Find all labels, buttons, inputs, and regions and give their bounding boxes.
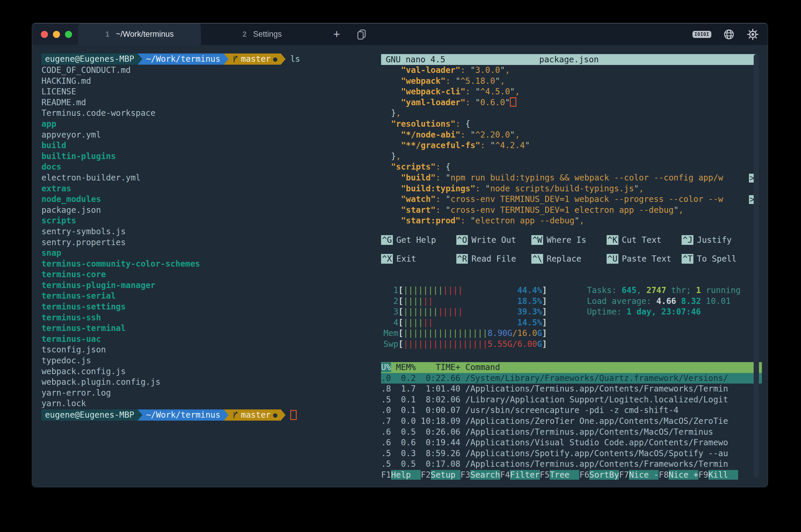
dir-entry: node_modules [41,194,377,205]
nano-editor-lines: "val-loader": "3.0.0", "webpack": "^5.18… [381,65,757,226]
nano-cursor [510,97,516,107]
fkey-action[interactable]: Nice + [669,470,698,480]
shortcut-label: Exit [396,254,416,264]
nano-shortcut: ^OWrite Out [457,234,532,245]
powerline-arrow-icon [137,54,142,65]
fkey-action[interactable]: SortBy [589,470,619,480]
shortcut-key: ^\ [532,254,543,264]
dir-entry: build [41,140,377,151]
nano-pane[interactable]: package.json GNU nano 4.5 "val-loader": … [381,54,757,264]
file-entry: package.json [41,205,377,216]
dir-entry: terminus-terminal [41,323,377,334]
shortcut-label: Read File [471,254,516,264]
prompt-cwd: ~/Work/terminus [142,54,224,65]
fkey-number: F3 [461,470,470,480]
shortcut-key: ^G [381,235,393,245]
process-row[interactable]: .5 0.1 8:02.06 /Library/Application Supp… [381,395,762,405]
title-bar[interactable]: 1 ~/Work/terminus 2 Settings + IOIOI [32,23,768,45]
process-row[interactable]: .0 0.2 0:22.66 /System/Library/Framework… [381,373,762,384]
file-entry: CODE_OF_CONDUCT.md [41,65,377,76]
table-header-rest: MEM% TIME+ Command [391,362,500,372]
process-row[interactable]: .5 0.3 8:59.26 /Applications/Spotify.app… [381,448,762,459]
fkey-number: F1 [381,470,391,480]
powerline-arrow-icon [281,54,285,65]
process-row[interactable]: .7 0.0 10:18.09 /Applications/ZeroTier O… [381,416,762,427]
maximize-button[interactable] [65,31,72,38]
process-row[interactable]: .0 0.1 0:00.07 /usr/sbin/screencapture -… [381,405,762,416]
file-entry: appveyor.yml [41,130,377,140]
nano-line: }, [381,151,757,162]
process-row[interactable]: .8 1.7 1:01.40 /Applications/Terminus.ap… [381,384,762,395]
nano-line: "start": "cross-env TERMINUS_DEV=1 elect… [381,205,757,216]
shortcut-key: ^X [381,254,393,264]
minimize-button[interactable] [53,31,60,38]
shortcut-label: Justify [697,235,732,245]
nano-shortcut: ^JJustify [682,234,757,245]
globe-icon[interactable] [723,28,735,40]
fkey-action[interactable]: Kill [708,470,738,480]
process-table-header: U% MEM% TIME+ Command [381,362,762,373]
tab-label: ~/Work/terminus [116,30,174,39]
tab-index: 1 [105,30,109,38]
htop-scrollbar[interactable] [754,285,759,478]
terminal-cursor [290,410,297,420]
git-dirty-dot-icon: ● [273,54,277,65]
cpu-meter: 1[|||||||||||| 44.4%] [384,285,547,296]
nano-shortcuts-row1: ^GGet Help^OWrite Out^WWhere Is^KCut Tex… [381,234,757,245]
nano-line: "**/graceful-fs": "^4.2.4" [381,140,757,151]
nano-shortcut: ^GGet Help [381,234,457,245]
tab-settings[interactable]: 2 Settings [201,23,323,45]
fkey-action[interactable]: Help [391,470,421,480]
htop-tasks-summary: Tasks: 645, 2747 thr; 1 runningLoad aver… [587,285,741,318]
shell-prompt: eugene@Eugenes-MBP~/Work/terminusmaster●… [41,53,377,65]
file-entry: README.md [41,97,377,108]
nano-line: "resolutions": { [381,119,757,130]
nano-line: "webpack": "^5.18.0", [381,76,757,87]
fkey-action[interactable]: Search [470,470,500,480]
dir-entry: terminus-core [41,269,377,280]
process-row[interactable]: .6 0.5 0:26.06 /Applications/Terminus.ap… [381,427,762,438]
file-entry: sentry-symbols.js [41,226,377,237]
htop-fkey-bar: F1Help F2Setup F3SearchF4FilterF5Tree F6… [381,470,738,480]
dir-entry: terminus-settings [41,302,377,312]
fkey-action[interactable]: Setup [431,470,461,480]
dir-entry: scripts [41,215,377,226]
fkey-number: F9 [698,470,708,480]
fkey-action[interactable]: Nice - [629,470,659,480]
sort-column-header[interactable]: U% [381,362,391,372]
nano-scrollbar[interactable] [754,54,759,286]
nano-shortcut: ^KCut Text [607,234,682,245]
titlebar-right-icons: IOIOI [692,23,759,45]
file-entry: electron-builder.yml [41,173,377,184]
split-tab-icon[interactable] [350,23,373,45]
fkey-number: F6 [579,470,589,480]
close-button[interactable] [41,31,48,38]
serial-port-icon[interactable]: IOIOI [692,31,711,38]
nano-shortcut: ^RRead File [457,254,532,265]
powerline-arrow-icon [137,410,142,421]
git-dirty-dot-icon: ● [273,410,277,421]
file-entry: yarn-error.log [41,388,377,399]
nano-line: "build": "npm run build:typings && webpa… [381,173,757,184]
file-entry: webpack.config.js [41,366,377,377]
gear-icon[interactable] [747,28,759,41]
file-entry: LICENSE [41,87,377,97]
fkey-action[interactable]: Filter [510,470,540,480]
fkey-action[interactable]: Tree [549,470,579,480]
shortcut-label: Where Is [547,235,586,245]
shell-prompt: eugene@Eugenes-MBP~/Work/terminusmaster● [41,409,377,421]
file-entry: yarn.lock [41,398,377,409]
nano-line: "start:prod": "electron app --debug", [381,215,757,226]
dir-entry: terminus-uac [41,334,377,345]
process-row[interactable]: .6 0.6 0:19.44 /Applications/Visual Stud… [381,437,762,448]
nano-shortcuts-row2: ^XExit^RRead File^\Replace^UPaste Text^T… [381,254,757,265]
swap-meter: Swp[|||||||||||||||||5.55G/6.00G] [384,339,547,350]
tab-work-terminus[interactable]: 1 ~/Work/terminus [78,23,201,45]
new-tab-button[interactable]: + [323,23,350,45]
shortcut-label: Get Help [396,235,436,245]
git-branch-icon [232,411,239,419]
git-branch-name: master [241,54,271,65]
terminal-pane-left[interactable]: eugene@Eugenes-MBP~/Work/terminusmaster●… [41,53,377,421]
process-row[interactable]: .5 0.5 0:17.08 /Applications/Terminus.ap… [381,459,762,470]
prompt-user-host: eugene@Eugenes-MBP [41,54,137,65]
